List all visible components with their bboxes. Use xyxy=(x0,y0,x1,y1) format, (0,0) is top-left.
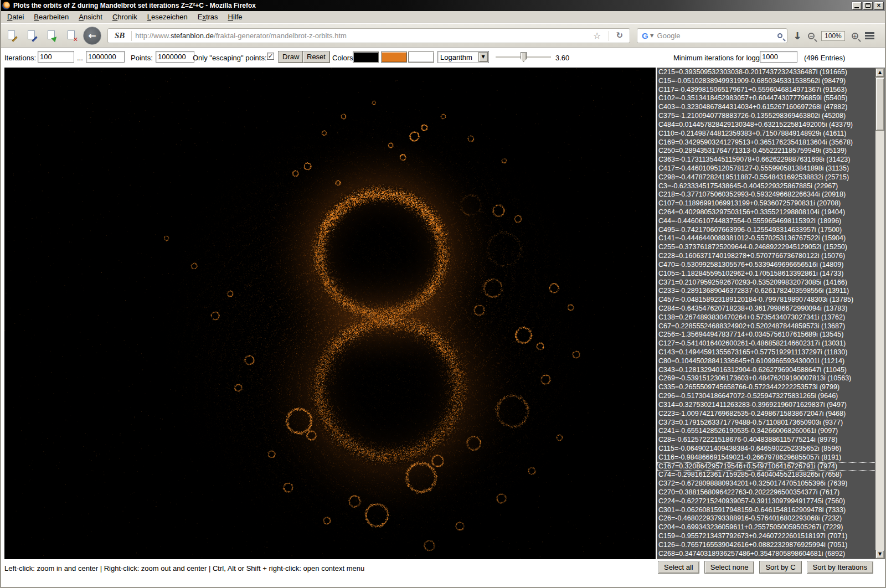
orbit-list-item[interactable]: C74=-0.29816123617159285-0.6404045521838… xyxy=(657,471,876,479)
orbit-list-item[interactable]: C250=0.28943531764771313-0.4552221185759… xyxy=(657,147,876,156)
menu-item-bearbeiten[interactable]: Bearbeiten xyxy=(29,12,74,22)
orbit-list-item[interactable]: C105=-1.182845595102962+0.17051586133928… xyxy=(657,270,876,278)
orbit-list-item[interactable]: C470=-0.530992581305576+0.53394696966565… xyxy=(657,261,876,270)
orbit-list-item[interactable]: C3=-0.6233345175438645-0.404522932586788… xyxy=(657,182,876,191)
orbit-list-item[interactable]: C268=0.34740318936257486+0.3547805898604… xyxy=(657,550,876,559)
menu-item-hilfe[interactable]: Hilfe xyxy=(223,12,248,22)
orbit-list-item[interactable]: C224=-0.6227215240939057-0.3911309799491… xyxy=(657,497,876,506)
menu-item-datei[interactable]: Datei xyxy=(2,12,29,22)
scroll-down-icon[interactable]: ▼ xyxy=(875,550,884,559)
orbit-list-item[interactable]: C417=-0.44601095120578127-0.555990581384… xyxy=(657,164,876,173)
search-input[interactable]: Google xyxy=(657,32,777,40)
back-button[interactable]: ← xyxy=(83,27,101,45)
orbit-list-item[interactable]: C223=-1.0097421769682535-0.2498671583867… xyxy=(657,410,876,419)
orbit-list-item[interactable]: C372=-0.6728098880934201+0.3250174705105… xyxy=(657,479,876,488)
downloads-icon[interactable]: ↓ xyxy=(793,31,801,41)
bookmark-star-icon[interactable]: ☆ xyxy=(589,32,605,40)
orbit-list-item[interactable]: C80=0.10445028841336645+0.61099665934300… xyxy=(657,357,876,366)
gamma-slider[interactable] xyxy=(496,56,551,58)
orbit-list-item[interactable]: C143=0.14944591355673165+0.5775192911137… xyxy=(657,348,876,357)
orbit-list-item[interactable]: C67=0.22855524688324902+0.52024878448595… xyxy=(657,322,876,331)
menu-item-extras[interactable]: Extras xyxy=(193,12,223,22)
orbit-list-item[interactable]: C141=-0.4446440089381012-0.5570253136767… xyxy=(657,234,876,243)
slider-thumb[interactable] xyxy=(521,52,527,62)
zoom-in-icon[interactable]: + xyxy=(852,33,858,39)
scroll-up-icon[interactable]: ▲ xyxy=(875,68,884,77)
orbit-list-item[interactable]: C363=-0.17311354451159078+0.662622988763… xyxy=(657,156,876,164)
url-text[interactable]: http://www.stefanbion.de/fraktal-generat… xyxy=(135,32,589,40)
orbit-list-item[interactable]: C28=-0.612572221518676-0.404838861157752… xyxy=(657,436,876,445)
orbit-list-item[interactable]: C102=-0.3513418452983057+0.6044743077796… xyxy=(657,94,876,103)
escaping-points-checkbox[interactable]: ✓ xyxy=(267,53,274,60)
orbit-list-item[interactable]: C373=0.17915263371779488-0.5711080173650… xyxy=(657,419,876,427)
orbit-list-item[interactable]: C115=-0.0649021409438384-0.6465902252335… xyxy=(657,445,876,453)
draw-button[interactable]: Draw xyxy=(278,51,303,63)
orbit-list-item[interactable]: C44=-0.4460610744837554-0.55596546981153… xyxy=(657,217,876,226)
min-log-input[interactable] xyxy=(760,51,797,63)
orbit-list-item[interactable]: C241=-0.6551428526190535-0.3426600682600… xyxy=(657,427,876,436)
iterations-min-input[interactable] xyxy=(38,51,74,63)
orbit-list-item[interactable]: C228=0.1606371740198278+0.57077667367801… xyxy=(657,252,876,261)
points-input[interactable] xyxy=(156,51,194,63)
orbit-list-item[interactable]: C335=0.2655509745658766-0.57234422222535… xyxy=(657,383,876,392)
orbit-list-item[interactable]: C169=0.34295903241279513+0.3651762354181… xyxy=(657,138,876,147)
orbit-list-item[interactable]: C301=-0.06260815917948159-0.646154816290… xyxy=(657,506,876,515)
select-all-button[interactable]: Select all xyxy=(658,561,699,574)
orbit-list-item[interactable]: C343=0.12813294016312904-0.6262796904588… xyxy=(657,366,876,375)
select-none-button[interactable]: Select none xyxy=(704,561,755,574)
orbit-list-item[interactable]: C127=-0.5414016402600261-0.4868582146602… xyxy=(657,339,876,348)
orbit-list-item[interactable]: C26=-0.46802293793388916-0.5764016802293… xyxy=(657,514,876,523)
publish-page-icon[interactable] xyxy=(47,30,58,41)
orbit-list-item[interactable]: C233=-0.28913689046372837-0.626178240359… xyxy=(657,287,876,296)
orbit-list-item[interactable]: C284=-0.643547620718238+0.36179986672990… xyxy=(657,305,876,313)
orbit-list-item[interactable]: C117=-0.4399815065179671+0.5596046814971… xyxy=(657,86,876,95)
orbit-list-item[interactable]: C138=0.2674893830470264+0.57354340730273… xyxy=(657,313,876,322)
orbit-list-item[interactable]: C218=-0.3771075060352993-0.5932496682266… xyxy=(657,190,876,199)
list-scrollbar[interactable]: ▲ ▼ xyxy=(875,68,884,559)
fractal-canvas[interactable] xyxy=(4,68,656,559)
orbit-list-item[interactable]: C269=-0.5391512306173603+0.4847620919000… xyxy=(657,374,876,383)
orbit-list-item[interactable]: C264=0.40298053297503156+0.3355212988081… xyxy=(657,208,876,217)
menu-item-lesezeichen[interactable]: Lesezeichen xyxy=(142,12,193,22)
search-box[interactable]: G ▼ Google xyxy=(637,28,787,43)
scale-mode-select[interactable]: Logarithm ▼ xyxy=(437,51,489,63)
color-swatch-orange[interactable] xyxy=(381,51,407,63)
orbit-list-item[interactable]: C107=0.11896991069913199+0.5936072579083… xyxy=(657,199,876,208)
color-swatch-white[interactable] xyxy=(408,51,434,63)
orbit-list-item[interactable]: C15=-0.05102838949931909-0.6850345331538… xyxy=(657,77,876,86)
search-icon[interactable] xyxy=(777,33,782,38)
sort-by-iterations-button[interactable]: Sort by Iterations xyxy=(807,561,873,574)
orbit-list-item[interactable]: C495=-0.742170607663996-0.12554933146339… xyxy=(657,226,876,235)
menu-item-ansicht[interactable]: Ansicht xyxy=(74,12,107,22)
orbit-list-item[interactable]: C484=0.014457828429130348+0.632152258149… xyxy=(657,121,876,130)
zoom-out-icon[interactable]: − xyxy=(808,33,815,39)
menu-hamburger-icon[interactable] xyxy=(865,32,874,39)
close-button[interactable]: × xyxy=(874,2,884,10)
orbit-list-item[interactable]: C298=-0.44787282419511887-0.554843169253… xyxy=(657,173,876,182)
zoom-level[interactable]: 100% xyxy=(821,31,845,41)
orbit-list-item[interactable]: C159=-0.9557213437792673+0.2460722260151… xyxy=(657,532,876,541)
orbit-list-item[interactable]: C215=0.393509532303038-0.201743723243364… xyxy=(657,68,876,77)
orbit-list-item[interactable]: C375=-1.2100940778883726-0.1355298369463… xyxy=(657,112,876,121)
edit-page-icon[interactable] xyxy=(7,30,18,41)
orbit-list-item[interactable]: C116=-0.984866691549021-0.26679786296855… xyxy=(657,453,876,462)
orbit-list-item[interactable]: C204=-0.699343236059611+0.25575050059505… xyxy=(657,523,876,532)
search-engine-dropdown-icon[interactable]: ▼ xyxy=(650,33,654,38)
orbit-list-item[interactable]: C110=-0.21498744812359383+0.715078849148… xyxy=(657,130,876,138)
sort-by-c-button[interactable]: Sort by C xyxy=(759,561,801,574)
orbit-list-item[interactable]: C314=0.32753021411263283-0.3969219607162… xyxy=(657,401,876,410)
iterations-max-input[interactable] xyxy=(86,51,125,63)
orbit-list-item[interactable]: C256=-1.356944947837714+0.03457561076156… xyxy=(657,331,876,339)
edit-source-icon[interactable] xyxy=(27,30,38,41)
maximize-button[interactable] xyxy=(863,2,873,10)
orbit-list-item[interactable]: C403=-0.32304867844314034+0.615267160697… xyxy=(657,103,876,112)
orbit-list-item[interactable]: C270=0.3881568096422763-0.20222965003543… xyxy=(657,488,876,497)
reload-icon[interactable]: ↻ xyxy=(612,32,626,40)
menu-item-chronik[interactable]: Chronik xyxy=(107,12,142,22)
color-swatch-black[interactable] xyxy=(353,51,379,63)
reset-button[interactable]: Reset xyxy=(302,51,330,63)
orbit-list-item[interactable]: C126=-0.7657165539042616+0.0882232987692… xyxy=(657,541,876,550)
select-dropdown-icon[interactable]: ▼ xyxy=(478,52,488,62)
block-element-icon[interactable]: ✕ xyxy=(66,30,78,41)
orbit-list-item[interactable]: C371=0.21079592592670293-0.5352099832073… xyxy=(657,278,876,287)
